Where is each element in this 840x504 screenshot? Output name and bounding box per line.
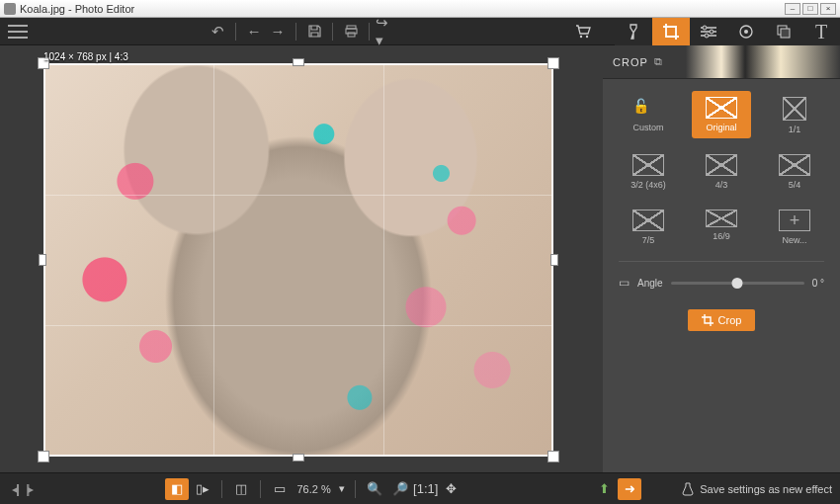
divider — [619, 261, 824, 262]
crop-handle-tm[interactable] — [293, 58, 304, 66]
separator — [369, 23, 370, 41]
tab-effects[interactable] — [615, 18, 652, 45]
crop-handle-mr[interactable] — [550, 254, 558, 266]
svg-point-9 — [744, 30, 748, 34]
copy-icon[interactable]: ⧉ — [654, 55, 662, 68]
angle-label: Angle — [637, 278, 663, 289]
svg-point-6 — [710, 30, 714, 34]
tab-adjust[interactable] — [690, 18, 727, 45]
actual-size-icon[interactable]: [1:1] — [414, 478, 438, 500]
print-icon[interactable] — [339, 20, 363, 43]
bottom-bar: ◂|| ||▸ ◧ ▯▸ ◫ ▭ 76.2 % ▾ 🔍 🔎 [1:1] ✥ ⬆ … — [0, 472, 840, 504]
ratio-5-4[interactable]: 5/4 — [765, 148, 824, 194]
import-icon[interactable]: ⬆ — [592, 478, 616, 500]
menu-icon[interactable] — [8, 25, 28, 39]
window-title: Koala.jpg - Photo Editor — [20, 3, 785, 15]
separator — [332, 23, 333, 41]
crop-button[interactable]: Crop — [688, 309, 756, 331]
forward-icon[interactable]: → — [266, 20, 290, 43]
tab-layers[interactable] — [765, 18, 802, 45]
maximize-button[interactable]: □ — [802, 3, 818, 15]
crop-overlay[interactable] — [43, 63, 553, 457]
save-as-effect-button[interactable]: Save settings as new effect — [682, 482, 832, 496]
pan-icon[interactable]: ✥ — [440, 478, 463, 500]
ratio-original[interactable]: Original — [692, 91, 751, 138]
canvas-area: 1024 × 768 px | 4:3 — [0, 45, 603, 472]
ratio-7-5[interactable]: 7/5 — [619, 204, 678, 249]
apply-icon[interactable]: ➜ — [618, 478, 641, 500]
ratio-4-3[interactable]: 4/3 — [692, 148, 751, 194]
angle-row: ▭ Angle 0 ° — [603, 266, 840, 299]
close-button[interactable]: × — [820, 3, 836, 15]
histogram-icon[interactable]: ◧ — [165, 478, 189, 500]
fit-icon[interactable]: ▭ — [268, 478, 292, 500]
svg-point-4 — [586, 35, 588, 37]
ratio-16-9[interactable]: 16/9 — [692, 204, 751, 249]
app-icon — [4, 3, 16, 15]
angle-slider-thumb[interactable] — [732, 278, 743, 289]
zoom-in-icon[interactable]: 🔎 — [388, 478, 412, 500]
crop-handle-br[interactable] — [547, 451, 559, 462]
zoom-out-icon[interactable]: 🔍 — [363, 478, 386, 500]
crop-panel-header: CROP ⧉ — [603, 45, 840, 79]
svg-point-7 — [705, 34, 709, 38]
crop-handle-ml[interactable] — [39, 254, 46, 266]
undo-icon[interactable]: ↶ — [206, 20, 229, 43]
crop-handle-bm[interactable] — [293, 454, 304, 462]
zoom-value[interactable]: 76.2 % — [293, 483, 334, 495]
before-after-icon[interactable]: ▯▸ — [191, 478, 214, 500]
crop-handle-tr[interactable] — [547, 57, 559, 69]
ratio-new[interactable]: New... — [765, 204, 824, 249]
export-icon[interactable]: ↪ ▾ — [376, 20, 399, 43]
crop-handle-bl[interactable] — [38, 451, 49, 462]
minimize-button[interactable]: – — [785, 3, 800, 15]
aspect-ratio-grid: 🔓 Custom Original 1/1 3/2 (4x6) 4/3 — [603, 79, 840, 257]
dimensions-label: 1024 × 768 px | 4:3 — [43, 51, 128, 62]
svg-rect-11 — [781, 29, 790, 38]
cart-icon[interactable] — [571, 20, 595, 43]
separator — [295, 23, 296, 41]
angle-value: 0 ° — [812, 278, 824, 289]
save-icon[interactable] — [302, 20, 326, 43]
tab-crop[interactable] — [652, 18, 690, 45]
window-titlebar: Koala.jpg - Photo Editor – □ × — [0, 0, 840, 18]
compare-icon[interactable]: ◫ — [229, 478, 253, 500]
zoom-dropdown-icon[interactable]: ▾ — [335, 482, 349, 495]
tab-retouch[interactable] — [727, 18, 765, 45]
image-viewport[interactable] — [43, 63, 553, 457]
crop-icon — [702, 314, 714, 326]
flask-icon — [682, 482, 694, 496]
prev-image-icon[interactable]: ◂|| — [8, 482, 22, 496]
ratio-1-1[interactable]: 1/1 — [765, 91, 824, 138]
next-image-icon[interactable]: ||▸ — [22, 482, 36, 496]
ratio-custom[interactable]: 🔓 Custom — [619, 91, 678, 138]
svg-point-5 — [703, 26, 707, 30]
crop-panel-title: CROP — [613, 56, 648, 68]
crop-panel: CROP ⧉ 🔓 Custom Original 1/1 3/2 (4x6) — [603, 45, 840, 472]
angle-icon: ▭ — [619, 276, 630, 290]
svg-point-3 — [580, 35, 582, 37]
mode-tabs: T — [615, 18, 840, 45]
tab-text[interactable]: T — [802, 18, 840, 45]
ratio-3-2[interactable]: 3/2 (4x6) — [619, 148, 678, 194]
back-icon[interactable]: ← — [242, 20, 266, 43]
angle-slider[interactable] — [671, 282, 804, 285]
separator — [235, 23, 236, 41]
